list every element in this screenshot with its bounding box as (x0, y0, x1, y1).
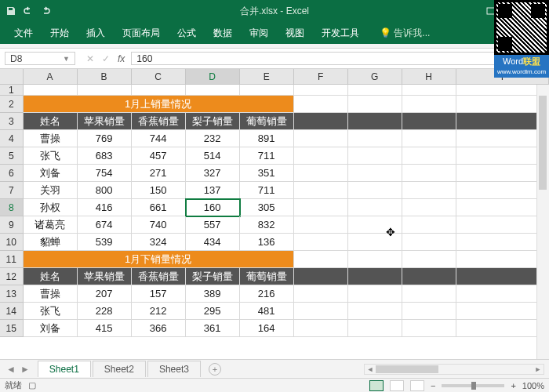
row-header[interactable]: 6 (0, 165, 24, 182)
cell[interactable] (348, 147, 402, 165)
tab-formulas[interactable]: 公式 (169, 24, 204, 43)
cell[interactable] (348, 113, 402, 130)
cell[interactable]: 137 (186, 182, 240, 199)
col-header-D[interactable]: D (186, 69, 240, 84)
cell[interactable]: 貂蝉 (24, 234, 78, 251)
cell[interactable]: 梨子销量 (186, 268, 240, 285)
zoom-in-icon[interactable]: + (511, 381, 515, 390)
tab-file[interactable]: 文件 (6, 24, 41, 43)
cell[interactable]: 674 (78, 216, 132, 234)
cell[interactable]: 754 (78, 165, 132, 182)
tab-data[interactable]: 数据 (205, 24, 240, 43)
row-header[interactable]: 13 (0, 285, 24, 303)
cell[interactable] (348, 85, 402, 96)
cell[interactable]: 661 (132, 199, 186, 216)
sheet-tab-2[interactable]: Sheet2 (93, 361, 146, 377)
cell[interactable] (456, 182, 549, 199)
row-header[interactable]: 8 (0, 199, 24, 216)
cell[interactable] (456, 234, 549, 251)
row-header[interactable]: 7 (0, 182, 24, 199)
cell[interactable]: 姓名 (24, 268, 78, 285)
zoom-slider-knob[interactable] (471, 382, 476, 390)
cell[interactable]: 曹操 (24, 285, 78, 303)
cell[interactable] (294, 113, 348, 130)
cell[interactable] (294, 216, 348, 234)
cancel-formula-icon[interactable]: ✕ (86, 53, 94, 64)
cell[interactable]: 389 (186, 285, 240, 303)
hscroll-right-icon[interactable]: ► (533, 365, 544, 374)
cell[interactable]: 刘备 (24, 165, 78, 182)
view-normal-icon[interactable] (369, 380, 384, 391)
col-header-C[interactable]: C (132, 69, 186, 84)
cell[interactable] (294, 199, 348, 216)
cell[interactable]: 207 (78, 285, 132, 303)
merged-title-cell[interactable]: 1月下销量情况 (24, 251, 294, 268)
cell[interactable]: 曹操 (24, 130, 78, 147)
cell[interactable] (402, 234, 456, 251)
cell[interactable] (402, 147, 456, 165)
cell[interactable] (456, 251, 549, 268)
tell-me[interactable]: 💡 告诉我... (372, 24, 438, 43)
select-all-triangle[interactable] (0, 69, 24, 84)
row-header[interactable]: 3 (0, 113, 24, 130)
cell[interactable] (456, 147, 549, 165)
row-header[interactable]: 15 (0, 320, 24, 337)
cell[interactable]: 415 (78, 320, 132, 337)
fx-icon[interactable]: fx (118, 53, 125, 64)
cell[interactable] (348, 268, 402, 285)
cell[interactable]: 苹果销量 (78, 113, 132, 130)
hscroll-thumb[interactable] (376, 365, 438, 373)
cell[interactable]: 香蕉销量 (132, 268, 186, 285)
cell[interactable] (348, 320, 402, 337)
cell[interactable]: 711 (240, 147, 294, 165)
merged-title-cell[interactable]: 1月上销量情况 (24, 96, 294, 113)
cell[interactable] (402, 85, 456, 96)
col-header-E[interactable]: E (240, 69, 294, 84)
spreadsheet-grid[interactable]: ABCDEFGHI 121月上销量情况3姓名苹果销量香蕉销量梨子销量葡萄销量4曹… (0, 69, 549, 368)
cell[interactable]: 514 (186, 147, 240, 165)
cell[interactable]: 香蕉销量 (132, 113, 186, 130)
cell[interactable]: 160 (186, 199, 240, 216)
cell[interactable] (402, 182, 456, 199)
tab-insert[interactable]: 插入 (78, 24, 113, 43)
cell[interactable]: 孙权 (24, 199, 78, 216)
cell[interactable]: 232 (186, 130, 240, 147)
tab-developer[interactable]: 开发工具 (314, 24, 367, 43)
cell[interactable]: 366 (132, 320, 186, 337)
row-header[interactable]: 5 (0, 147, 24, 165)
cell[interactable]: 539 (78, 234, 132, 251)
cell[interactable]: 216 (240, 285, 294, 303)
tab-review[interactable]: 审阅 (242, 24, 276, 43)
cell[interactable] (348, 234, 402, 251)
cell[interactable] (456, 199, 549, 216)
cell[interactable] (294, 268, 348, 285)
cell[interactable]: 891 (240, 130, 294, 147)
cell[interactable]: 葡萄销量 (240, 113, 294, 130)
name-box[interactable]: D8 ▼ (5, 52, 75, 65)
cell[interactable] (348, 216, 402, 234)
zoom-slider[interactable] (442, 384, 504, 387)
tab-home[interactable]: 开始 (42, 24, 77, 43)
cell[interactable] (294, 85, 348, 96)
cell[interactable] (186, 85, 240, 96)
hscroll-left-icon[interactable]: ◄ (365, 365, 376, 374)
enter-formula-icon[interactable]: ✓ (102, 53, 110, 64)
cell[interactable] (402, 96, 456, 113)
cell[interactable] (24, 85, 78, 96)
cell[interactable] (294, 130, 348, 147)
col-header-A[interactable]: A (24, 69, 78, 84)
tab-page-layout[interactable]: 页面布局 (115, 24, 168, 43)
cell[interactable]: 136 (240, 234, 294, 251)
zoom-out-icon[interactable]: − (431, 381, 435, 390)
tab-view[interactable]: 视图 (278, 24, 312, 43)
redo-icon[interactable] (39, 5, 52, 17)
row-header[interactable]: 9 (0, 216, 24, 234)
cell[interactable] (402, 251, 456, 268)
chevron-down-icon[interactable]: ▼ (63, 55, 70, 63)
cell[interactable]: 457 (132, 147, 186, 165)
cell[interactable] (456, 85, 549, 96)
cell[interactable] (348, 251, 402, 268)
row-header[interactable]: 14 (0, 303, 24, 320)
cell[interactable]: 832 (240, 216, 294, 234)
cell[interactable] (348, 130, 402, 147)
